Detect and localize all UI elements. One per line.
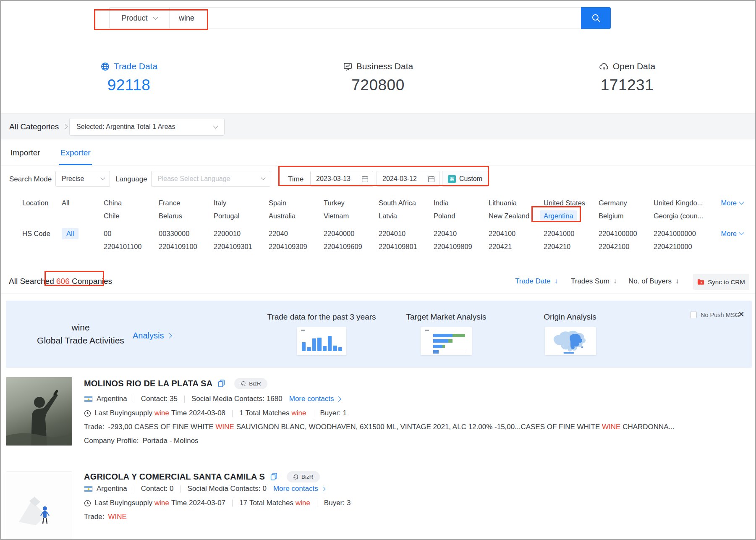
company-photo[interactable] [6, 471, 72, 540]
location-option[interactable]: Belgium [599, 212, 654, 220]
hscode-label: HS Code [22, 230, 62, 238]
company-card: MOLINOS RIO DE LA PLATA SA BizR Argentin… [1, 375, 755, 452]
location-option[interactable]: Georgia (coun... [654, 212, 709, 220]
location-option[interactable]: France [159, 199, 214, 207]
all-searched-label: All Searched [9, 277, 54, 286]
company-name[interactable]: AGRICOLA Y COMERCIAL SANTA CAMILA S [84, 472, 265, 482]
location-option[interactable]: Portugal [214, 212, 269, 220]
hscode-option[interactable]: 22040 [269, 230, 324, 238]
hscode-option[interactable]: 2204109809 [434, 243, 489, 251]
hscode-option[interactable]: 2204109100 [159, 243, 214, 251]
hscode-option[interactable]: 22042100 [599, 243, 654, 251]
chevron-down-icon [153, 14, 158, 20]
stat-trade-data[interactable]: Trade Data 92118 [78, 41, 179, 113]
language-select[interactable]: Please Select Language [151, 171, 270, 187]
buyer-label: Buyer: [324, 499, 345, 507]
more-contacts-link[interactable]: More contacts [273, 485, 325, 493]
hscode-option[interactable]: 2200010 [214, 230, 269, 238]
location-option[interactable]: Chile [104, 212, 159, 220]
company-photo[interactable] [6, 377, 72, 446]
sort-item[interactable]: Trades Sum [571, 277, 617, 286]
location-option[interactable]: China [104, 199, 159, 207]
no-push-checkbox[interactable] [690, 312, 697, 318]
all-categories-link[interactable]: All Categories [9, 114, 67, 139]
search-button[interactable] [581, 7, 611, 29]
hscode-option[interactable]: 220421 [489, 243, 544, 251]
location-option[interactable]: Spain [269, 199, 324, 207]
divider [232, 500, 233, 507]
hscode-all[interactable]: All [62, 228, 78, 239]
location-option[interactable]: Latvia [379, 212, 434, 220]
hscode-option[interactable]: 2204109301 [214, 243, 269, 251]
location-option[interactable]: United States [544, 199, 599, 207]
contact-value: 0 [170, 485, 173, 493]
location-more-link[interactable]: More [721, 199, 755, 207]
location-label: Location [22, 199, 62, 207]
search-category-dropdown[interactable]: Product [110, 8, 170, 29]
copy-icon[interactable] [218, 380, 225, 388]
location-option[interactable]: Argentina [540, 210, 577, 222]
time-from-input[interactable]: 2023-03-13 [310, 171, 373, 187]
copy-icon[interactable] [270, 473, 277, 481]
hscode-option[interactable]: 2204109309 [269, 243, 324, 251]
location-option[interactable]: Germany [599, 199, 654, 207]
banner-keyword-block: wine Global Trade Activities [30, 322, 131, 346]
hscode-option[interactable]: 2204010 [379, 230, 434, 238]
location-option[interactable]: South Africa [379, 199, 434, 207]
hscode-option[interactable]: 00 [104, 230, 159, 238]
hscode-option[interactable]: 22041000000 [654, 230, 709, 238]
hscode-option[interactable]: 2204100000 [599, 230, 654, 238]
tab-exporter[interactable]: Exporter [59, 148, 92, 165]
trade-history-thumbnail[interactable] [297, 327, 346, 355]
hscode-option[interactable]: 2204109801 [379, 243, 434, 251]
more-contacts-link[interactable]: More contacts [289, 395, 341, 403]
location-option[interactable]: India [434, 199, 489, 207]
sync-to-crm-button[interactable]: Sync to CRM [693, 274, 749, 290]
location-option[interactable]: Vietnam [324, 212, 379, 220]
custom-time-button[interactable]: ⌘ Custom [442, 171, 488, 187]
sort-item[interactable]: No. of Buyers [628, 277, 679, 286]
company-trade-row: Trade: WINE [84, 513, 127, 521]
stat-open-data[interactable]: Open Data 171231 [577, 41, 678, 113]
hscode-option[interactable]: 2204101100 [104, 243, 159, 251]
bizr-badge[interactable]: BizR [234, 378, 267, 389]
location-option[interactable]: Australia [269, 212, 324, 220]
target-market-thumbnail[interactable] [421, 327, 472, 355]
chevron-down-icon [213, 123, 218, 128]
company-name[interactable]: MOLINOS RIO DE LA PLATA SA [84, 379, 212, 388]
hscode-option[interactable]: 22040000 [324, 230, 379, 238]
hscode-option[interactable]: 2204109609 [324, 243, 379, 251]
location-option[interactable]: Lithuania [489, 199, 544, 207]
time-to-input[interactable]: 2024-03-12 [377, 171, 439, 187]
hscode-option[interactable]: 220410 [434, 230, 489, 238]
origin-map-thumbnail[interactable] [545, 327, 596, 355]
hscode-option[interactable]: 00330000 [159, 230, 214, 238]
search-mode-select[interactable]: Precise [55, 171, 110, 187]
hscode-option[interactable]: 22041000 [544, 230, 599, 238]
location-option[interactable]: Italy [214, 199, 269, 207]
sort-item[interactable]: Trade Date [515, 277, 558, 286]
location-option[interactable]: Poland [434, 212, 489, 220]
trade-role-tabs: Importer Exporter [1, 139, 755, 165]
tab-importer[interactable]: Importer [9, 148, 42, 165]
profile-value: Portada - Molinos [142, 437, 198, 445]
hscode-more-link[interactable]: More [721, 230, 755, 238]
stat-business-data[interactable]: Business Data 720800 [328, 41, 429, 113]
location-all[interactable]: All [62, 199, 104, 207]
hscode-option[interactable]: 2204100 [489, 230, 544, 238]
last-buying-label: Last Buyingsupply [94, 499, 152, 507]
analysis-link[interactable]: Analysis [133, 331, 171, 341]
search-input[interactable] [170, 8, 581, 29]
globe-icon [100, 62, 110, 71]
bizr-badge[interactable]: BizR [287, 471, 320, 482]
location-option[interactable]: Belarus [159, 212, 214, 220]
selected-areas-dropdown[interactable]: Selected: Argentina Total 1 Areas [69, 118, 225, 136]
close-icon[interactable]: ✕ [738, 309, 745, 319]
hscode-option[interactable]: 2204210 [544, 243, 599, 251]
location-option[interactable]: United Kingdo... [654, 199, 709, 207]
location-option[interactable]: New Zealand [489, 212, 544, 220]
location-option[interactable]: Turkey [324, 199, 379, 207]
hscode-option[interactable]: 2204210000 [654, 243, 709, 251]
matches-value: 17 [239, 499, 247, 507]
matches-value: 1 [239, 409, 243, 417]
